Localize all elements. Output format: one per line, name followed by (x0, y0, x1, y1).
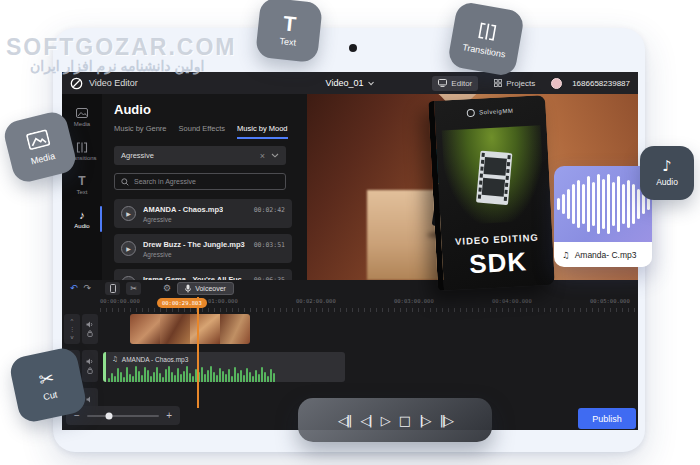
projects-label: Projects (506, 79, 535, 88)
audio-card-filename: Amanda- C.mp3 (575, 250, 637, 260)
step-forward-button[interactable]: |▷ (419, 414, 429, 427)
ruler-label: 00:00:00.000 (100, 298, 140, 304)
badge-label: Cut (42, 389, 58, 402)
song-tag: Agressive (143, 251, 285, 258)
skip-end-button[interactable]: ‖▷ (440, 414, 453, 427)
monitor-icon (438, 79, 447, 87)
speaker-icon (86, 396, 94, 403)
track-reorder-handle[interactable]: ^⋮v (64, 314, 80, 344)
lock-icon (87, 330, 93, 337)
trim-tool-icon[interactable] (105, 282, 120, 295)
settings-gear-icon[interactable]: ⚙ (163, 284, 171, 293)
speaker-icon (86, 321, 94, 328)
track-header: ^⋮v (62, 312, 100, 346)
publish-button[interactable]: Publish (578, 408, 636, 429)
ruler-label: 00:03:00.000 (394, 298, 434, 304)
play-icon[interactable]: ▶ (121, 241, 136, 256)
track-options[interactable] (82, 314, 98, 344)
ruler-label: 00:02:00.000 (296, 298, 336, 304)
account-id: 1686658239887 (572, 79, 630, 88)
tab-music-by-mood[interactable]: Music by Mood (237, 124, 287, 139)
video-clip[interactable] (130, 314, 250, 344)
project-name-dropdown[interactable]: Video_01 (326, 78, 375, 88)
badge-label: Text (279, 36, 296, 48)
badge-transitions: Transitions (447, 1, 525, 78)
projects-button[interactable]: Projects (488, 76, 541, 91)
playhead-time-badge[interactable]: 00:00:29.803 (157, 298, 207, 308)
text-icon: T (282, 12, 297, 34)
audio-clip[interactable]: ♫ AMANDA - Chaos.mp3 (103, 352, 345, 382)
sidebar-item-audio[interactable]: ♪ Audio (62, 202, 102, 236)
audio-card-waveform (554, 166, 652, 242)
sidebar-item-text[interactable]: T Text (62, 168, 102, 202)
video-track: ^⋮v (62, 312, 638, 346)
search-input[interactable]: Search in Agressive (114, 173, 286, 190)
chevron-down-icon (367, 81, 374, 86)
zoom-slider-knob[interactable] (105, 412, 112, 419)
media-icon (25, 128, 51, 153)
sidebar-item-label: Audio (74, 223, 89, 229)
voiceover-button[interactable]: Voiceover (177, 282, 234, 295)
zoom-slider[interactable] (87, 415, 159, 417)
sdk-product-box: SolveigMM VIDEO EDITING (428, 95, 555, 291)
chevron-down-icon (271, 153, 279, 158)
scissors-icon: ✂ (37, 368, 56, 389)
song-item[interactable]: ▶ AMANDA - Chaos.mp3 00:02:42 Agressive (114, 199, 292, 228)
mood-filter-value: Agressive (121, 151, 154, 160)
track-options[interactable] (82, 350, 98, 382)
sdk-title-line2: SDK (442, 245, 554, 282)
grid-icon (494, 79, 502, 87)
sidebar-item-label: Text (76, 189, 87, 195)
stop-button[interactable]: □ (399, 414, 409, 427)
audio-preview-card: ♫ Amanda- C.mp3 (554, 166, 652, 267)
play-icon[interactable]: ▶ (121, 206, 136, 221)
skip-start-button[interactable]: ◁‖ (338, 414, 351, 427)
song-title: Drew Buzz - The Jungle.mp3 (143, 240, 245, 249)
account-avatar[interactable] (551, 78, 562, 89)
song-item[interactable]: ▶ Drew Buzz - The Jungle.mp3 00:03:51 Ag… (114, 234, 292, 263)
watermark-subtitle: اولین دانشنامه نرم افزار ایران (30, 58, 204, 74)
song-tag: Agressive (143, 216, 285, 223)
badge-label: Transitions (462, 42, 507, 59)
audio-waveform (106, 366, 345, 382)
play-button[interactable]: ▷ (381, 414, 389, 427)
search-icon (121, 178, 129, 186)
tool-sidebar: Media Transitions T Text ♪ Audio (62, 94, 102, 280)
badge-label: Media (30, 150, 56, 166)
timeline-ruler[interactable]: 00:00:00.000 00:01:00.000 00:02:00.000 0… (62, 297, 638, 312)
audio-tabs: Music by Genre Sound Effects Music by Mo… (114, 124, 297, 139)
music-note-icon: ♫ (112, 355, 118, 363)
panel-title: Audio (114, 102, 297, 117)
audio-track: ^⋮v (62, 348, 638, 384)
badge-audio: ♪ Audio (640, 146, 694, 200)
tab-sound-effects[interactable]: Sound Effects (179, 124, 226, 139)
transitions-icon (76, 142, 88, 154)
ruler-label: 00:05:00.000 (590, 298, 630, 304)
ruler-label: 00:04:00.000 (492, 298, 532, 304)
project-name: Video_01 (326, 78, 364, 88)
editor-mode-label: Editor (451, 79, 472, 88)
editor-header: Video Editor Video_01 Editor (62, 72, 638, 94)
editor-mode-button[interactable]: Editor (432, 76, 478, 91)
mood-filter-dropdown[interactable]: Agressive × (114, 146, 286, 165)
clear-filter-icon[interactable]: × (260, 151, 265, 161)
zoom-in-button[interactable]: + (166, 410, 172, 421)
undo-icon[interactable]: ↶ (70, 284, 78, 293)
watermark-title: SOFTGOZAR.COM (6, 34, 236, 61)
app-title: Video Editor (89, 78, 138, 88)
playhead-line[interactable] (197, 297, 199, 408)
tab-music-by-genre[interactable]: Music by Genre (114, 124, 167, 139)
app-logo-icon (70, 77, 83, 90)
camera-dot (349, 44, 357, 52)
lock-icon (87, 367, 93, 374)
audio-icon: ♪ (662, 159, 672, 174)
transitions-icon (476, 21, 499, 44)
step-back-button[interactable]: ◁| (360, 414, 370, 427)
audio-clip-label: AMANDA - Chaos.mp3 (122, 356, 188, 363)
song-item[interactable]: ▶ Irama Gema - You're All Fuc... 00:06:3… (114, 269, 292, 280)
video-editor-screen: Video Editor Video_01 Editor (62, 72, 638, 430)
cut-tool-icon[interactable]: ✂ (126, 282, 141, 295)
redo-icon[interactable]: ↷ (84, 284, 92, 293)
song-duration: 00:02:42 (250, 206, 285, 214)
song-duration: 00:03:51 (250, 241, 285, 249)
